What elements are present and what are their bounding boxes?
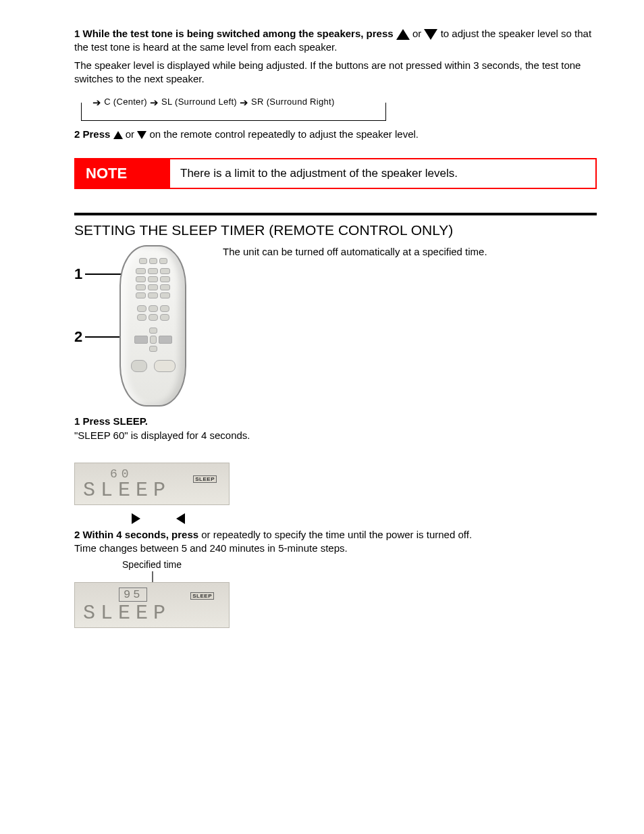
right-icon xyxy=(132,513,140,524)
display2-value: 95 xyxy=(119,588,147,602)
sleep-badge: SLEEP xyxy=(193,475,217,483)
specified-time-pointer xyxy=(74,570,230,582)
display2-big: SLEEP xyxy=(83,603,222,623)
remote-illustration: 1 2 xyxy=(74,245,209,407)
remote-body xyxy=(119,245,186,407)
sleep-s2-or: or xyxy=(201,529,213,540)
arrow-right-icon: ➔ xyxy=(92,97,101,109)
step1-detail: The speaker level is displayed while bei… xyxy=(74,59,597,86)
step1-prefix: 1 While the test tone is being switched … xyxy=(74,28,396,39)
channel-sr: SR (Surround Right) xyxy=(251,97,334,107)
note-box: NOTE There is a limit to the adjustment … xyxy=(74,158,597,189)
specified-time-caption: Specified time xyxy=(74,559,230,570)
sleep-step1-b: "SLEEP 60" is displayed for 4 seconds. xyxy=(74,429,597,442)
arrow-right-icon: ➔ xyxy=(150,97,159,109)
display-illustration-2: 95 SLEEP SLEEP xyxy=(74,582,230,628)
channel-center: C (Center) xyxy=(104,97,147,107)
up-icon xyxy=(113,131,123,139)
note-text: There is a limit to the adjustment of th… xyxy=(170,167,468,180)
left-icon xyxy=(176,513,185,524)
arrow-right-icon: ➔ xyxy=(240,97,248,109)
display1-big: SLEEP xyxy=(83,480,222,500)
sleep-step1-a: 1 Press SLEEP. xyxy=(74,415,597,428)
sleep-badge: SLEEP xyxy=(190,592,214,600)
step2-prefix: 2 Press xyxy=(74,128,113,140)
sleep-intro: The unit can be turned off automatically… xyxy=(223,245,597,259)
sleep-step2-detail: Time changes between 5 and 240 minutes i… xyxy=(74,542,597,555)
down-icon xyxy=(424,29,437,40)
sleep-s2-suffix: repeatedly to specify the time until the… xyxy=(213,529,472,540)
step2-or: or xyxy=(126,128,138,140)
step1-or: or xyxy=(412,28,425,39)
sleep-step2-line: 2 Within 4 seconds, press or repeatedly … xyxy=(74,528,597,542)
sleep-s2-prefix: 2 Within 4 seconds, press xyxy=(74,529,201,540)
step2-line: 2 Press or on the remote control repeate… xyxy=(74,128,597,141)
sleep-section-title: SETTING THE SLEEP TIMER (REMOTE CONTROL … xyxy=(74,213,597,238)
step2-suffix: on the remote control repeatedly to adju… xyxy=(149,128,419,140)
step1-line1: 1 While the test tone is being switched … xyxy=(74,27,597,55)
callout-1: 1 xyxy=(74,267,82,282)
up-icon xyxy=(396,29,410,40)
display-illustration-1: 60 SLEEP SLEEP xyxy=(74,463,230,505)
sleep-step2-triangles xyxy=(132,512,597,524)
callout-2: 2 xyxy=(74,330,82,344)
note-label: NOTE xyxy=(76,159,170,188)
channel-cycle-diagram: ➔ C (Center) ➔ SL (Surround Left) ➔ SR (… xyxy=(81,103,386,121)
down-icon xyxy=(137,131,146,139)
channel-sl: SL (Surround Left) xyxy=(161,97,237,107)
